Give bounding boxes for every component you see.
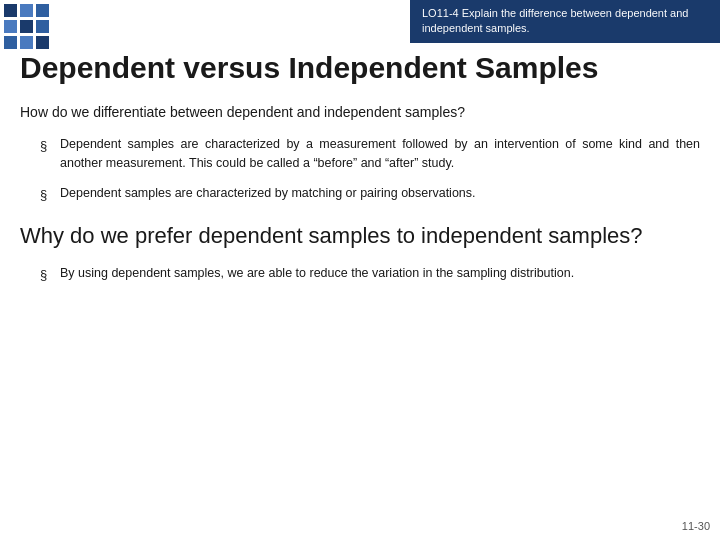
deco-sq-6	[36, 20, 49, 33]
bullet-text-1: Dependent samples are characterized by a…	[60, 135, 700, 174]
topleft-decoration	[4, 4, 49, 49]
deco-sq-1	[4, 4, 17, 17]
deco-sq-4	[4, 20, 17, 33]
list-item: § By using dependent samples, we are abl…	[40, 264, 700, 285]
slide-title: Dependent versus Independent Samples	[20, 50, 700, 86]
bullet-text-2: Dependent samples are characterized by m…	[60, 184, 700, 203]
bullet-icon-2: §	[40, 185, 54, 205]
bullet-section-2: § By using dependent samples, we are abl…	[40, 264, 700, 285]
list-item: § Dependent samples are characterized by…	[40, 135, 700, 174]
section-question-2: Why do we prefer dependent samples to in…	[20, 221, 700, 252]
deco-sq-5	[20, 20, 33, 33]
bullet-icon-1: §	[40, 136, 54, 156]
page-number: 11-30	[682, 520, 710, 532]
deco-sq-3	[36, 4, 49, 17]
deco-sq-8	[20, 36, 33, 49]
header-box: LO11-4 Explain the difference between de…	[410, 0, 720, 43]
section-question-1: How do we differentiate between dependen…	[20, 102, 700, 123]
main-content: Dependent versus Independent Samples How…	[20, 50, 700, 520]
deco-sq-7	[4, 36, 17, 49]
header-lo-text: LO11-4 Explain the difference between de…	[422, 7, 688, 34]
page-container: LO11-4 Explain the difference between de…	[0, 0, 720, 540]
bullet-icon-3: §	[40, 265, 54, 285]
bullet-section-1: § Dependent samples are characterized by…	[40, 135, 700, 205]
deco-sq-2	[20, 4, 33, 17]
bullet-text-3: By using dependent samples, we are able …	[60, 264, 700, 283]
deco-sq-9	[36, 36, 49, 49]
list-item: § Dependent samples are characterized by…	[40, 184, 700, 205]
